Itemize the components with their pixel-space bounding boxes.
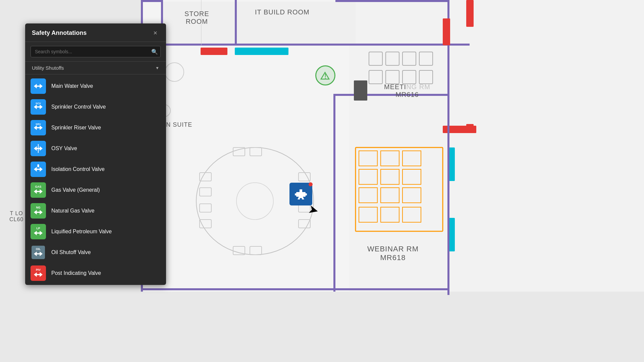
- svg-text:LP: LP: [36, 227, 40, 230]
- lp-icon: LP: [31, 224, 46, 239]
- list-item[interactable]: GAS Gas Valve (General): [25, 180, 166, 200]
- svg-rect-14: [141, 288, 335, 290]
- svg-rect-71: [296, 192, 306, 197]
- svg-text:OIL: OIL: [36, 247, 41, 251]
- list-item[interactable]: NG Natural Gas Valve: [25, 200, 166, 221]
- scv-label: Sprinkler Control Valve: [51, 104, 106, 110]
- list-item[interactable]: Main Water Valve: [25, 76, 166, 97]
- isolation-label: Isolation Control Valve: [51, 166, 105, 172]
- gas-icon: GAS: [31, 182, 46, 198]
- svg-text:PIV: PIV: [36, 268, 41, 272]
- svg-rect-10: [335, 0, 449, 2]
- category-row[interactable]: Utility Shutoffs ▼: [25, 62, 166, 74]
- search-input-wrap: 🔍: [31, 46, 161, 57]
- webinar-rm-label: WEBINAR RMMR618: [367, 245, 419, 262]
- lp-label: Liquified Petroleum Valve: [51, 229, 112, 235]
- search-container: 🔍: [25, 42, 166, 62]
- ng-icon: NG: [31, 203, 46, 219]
- scv-icon: SCV: [31, 99, 46, 115]
- it-build-room-label: IT BUILD ROOM: [255, 8, 310, 16]
- list-item[interactable]: OIL Oil Shutoff Valve: [25, 242, 166, 263]
- svg-text:SRV: SRV: [36, 123, 41, 126]
- svg-rect-11: [235, 0, 237, 45]
- list-item[interactable]: OSY Valve: [25, 138, 166, 159]
- svg-text:SCV: SCV: [36, 102, 41, 105]
- svg-rect-7: [333, 94, 335, 292]
- ng-label: Natural Gas Valve: [51, 208, 95, 214]
- svg-rect-60: [354, 80, 367, 101]
- close-button[interactable]: ×: [151, 29, 159, 37]
- category-arrow: ▼: [155, 66, 159, 70]
- svg-rect-17: [443, 18, 450, 45]
- isolation-icon: [31, 162, 46, 177]
- items-list: Main Water Valve SCV Sprinkler Control V…: [25, 74, 166, 285]
- svg-text:GAS: GAS: [35, 185, 42, 188]
- safety-annotations-panel: Safety Annotations × 🔍 Utility Shutoffs …: [25, 23, 166, 285]
- piv-label: Post Indicating Valve: [51, 270, 101, 276]
- svg-rect-21: [235, 48, 288, 55]
- svg-rect-74: [304, 193, 307, 195]
- svg-rect-15: [333, 288, 449, 290]
- list-item[interactable]: SCV Sprinkler Control Valve: [25, 97, 166, 117]
- svg-rect-73: [295, 193, 298, 195]
- search-input[interactable]: [31, 46, 161, 57]
- lt-lo-label: T LOCL60: [9, 210, 23, 223]
- oil-label: Oil Shutoff Valve: [51, 249, 91, 255]
- osy-label: OSY Valve: [51, 145, 77, 152]
- osy-icon: [31, 141, 46, 156]
- svg-rect-89: [37, 164, 39, 167]
- list-item[interactable]: Isolation Control Valve: [25, 159, 166, 180]
- green-circle-indicator: [315, 65, 335, 85]
- svg-rect-19: [466, 124, 474, 131]
- store-room-label: STOREROOM: [184, 10, 209, 25]
- svg-rect-13: [141, 0, 163, 2]
- panel-header: Safety Annotations ×: [25, 23, 166, 42]
- marker-dot: [309, 182, 313, 186]
- svg-rect-16: [201, 48, 227, 55]
- main-water-valve-icon: [31, 78, 46, 94]
- list-item[interactable]: LP Liquified Petroleum Valve: [25, 221, 166, 242]
- svg-rect-24: [447, 94, 449, 295]
- gas-label: Gas Valve (General): [51, 187, 100, 193]
- piv-icon: PIV: [31, 265, 46, 281]
- svg-rect-72: [300, 189, 302, 192]
- srv-icon: SRV: [31, 120, 46, 135]
- panel-title: Safety Annotations: [32, 29, 87, 37]
- svg-rect-5: [141, 44, 470, 46]
- srv-label: Sprinkler Riser Valve: [51, 125, 101, 131]
- placed-marker[interactable]: [289, 183, 312, 205]
- oil-icon: OIL: [31, 245, 46, 260]
- svg-text:NG: NG: [36, 206, 40, 209]
- main-water-valve-label: Main Water Valve: [51, 83, 93, 89]
- svg-rect-20: [466, 0, 474, 27]
- list-item[interactable]: PIV Post Indicating Valve: [25, 263, 166, 284]
- search-icon-button[interactable]: 🔍: [151, 49, 158, 55]
- category-label: Utility Shutoffs: [32, 65, 64, 71]
- list-item[interactable]: SRV Sprinkler Riser Valve: [25, 117, 166, 138]
- svg-point-69: [325, 78, 326, 79]
- meeting-rm-label: MEETING RMMR616: [384, 83, 430, 99]
- svg-rect-75: [300, 198, 302, 200]
